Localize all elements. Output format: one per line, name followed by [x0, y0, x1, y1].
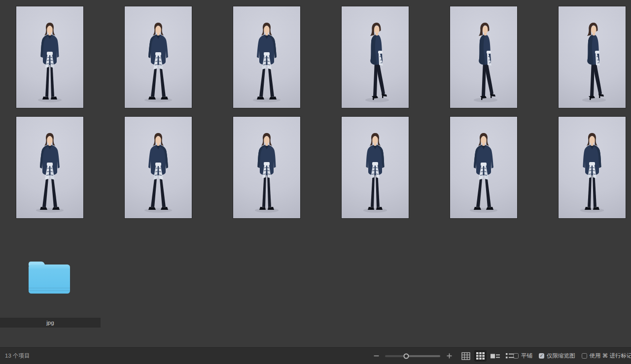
checkbox-label: 使用 ⌘ 进行标记和评级 [590, 352, 631, 360]
photo-image [342, 117, 409, 218]
minus-icon [373, 353, 380, 359]
folder-label-bar: jpg [0, 318, 101, 328]
photo-image [16, 6, 83, 108]
checkbox-box [513, 353, 519, 359]
folder-item-jpg[interactable]: jpg [0, 255, 101, 328]
photo-thumbnail[interactable] [125, 117, 192, 218]
photo-thumbnail[interactable] [342, 117, 409, 218]
slider-fill [406, 355, 440, 357]
tile-checkbox[interactable]: 平铺 [513, 352, 532, 360]
photo-thumbnail[interactable] [125, 6, 192, 108]
cmd-rating-checkbox[interactable]: 使用 ⌘ 进行标记和评级 [582, 352, 631, 360]
folder-label: jpg [46, 320, 54, 326]
photo-thumbnail[interactable] [16, 6, 83, 108]
checkbox-box [582, 353, 587, 359]
thumbnail-size-controls [373, 348, 453, 364]
checkbox-box: ✓ [539, 353, 544, 359]
details-view-button[interactable] [489, 350, 501, 362]
photo-thumbnail[interactable] [450, 117, 517, 218]
thumbnail-grid [16, 6, 626, 218]
grid-outline-icon [461, 352, 470, 360]
photo-thumbnail[interactable] [559, 6, 626, 108]
thumbnail-size-slider[interactable] [385, 355, 440, 357]
lock-thumbnail-grid-button[interactable] [459, 350, 472, 362]
thumbnails-view-button[interactable] [474, 350, 487, 362]
photo-image [342, 6, 409, 108]
photo-image [233, 6, 300, 108]
photo-thumbnail[interactable] [233, 117, 300, 218]
zoom-out-button[interactable] [373, 353, 380, 360]
photo-image [233, 117, 300, 218]
photo-thumbnail[interactable] [16, 117, 83, 218]
photo-thumbnail[interactable] [450, 6, 517, 108]
plus-icon [446, 353, 453, 359]
folder-icon [26, 257, 73, 297]
details-icon [491, 353, 500, 360]
photo-thumbnail[interactable] [342, 6, 409, 108]
photo-image [16, 117, 83, 218]
thumbnails-only-checkbox[interactable]: ✓ 仅限缩览图 [539, 352, 575, 360]
photo-image [559, 117, 626, 218]
grid-filled-icon [476, 352, 485, 360]
slider-knob[interactable] [403, 353, 409, 359]
zoom-in-button[interactable] [446, 353, 453, 360]
checkbox-label: 平铺 [521, 352, 532, 360]
view-mode-buttons [459, 348, 516, 364]
photo-image [125, 6, 192, 108]
photo-image [450, 117, 517, 218]
photo-thumbnail[interactable] [559, 117, 626, 218]
item-count-label: 13 个项目 [5, 348, 30, 364]
status-bar: 13 个项目 [0, 347, 631, 364]
option-checkboxes: 平铺 ✓ 仅限缩览图 使用 ⌘ 进行标记和评级 [513, 348, 631, 364]
photo-thumbnail[interactable] [233, 6, 300, 108]
checkbox-label: 仅限缩览图 [547, 352, 575, 360]
photo-image [450, 6, 517, 108]
photo-image [125, 117, 192, 218]
photo-image [559, 6, 626, 108]
